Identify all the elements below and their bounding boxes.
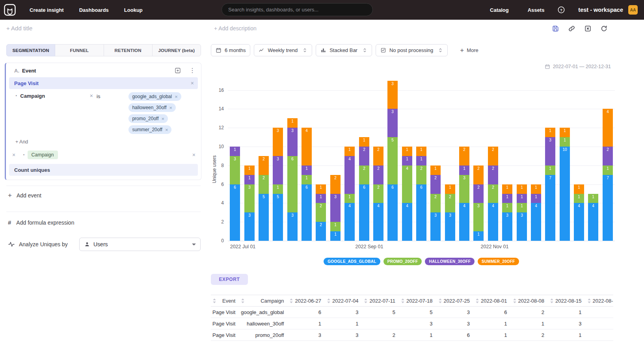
bar-segment-promo_20off[interactable] — [387, 137, 398, 184]
bar-segment-halloween_30off[interactable] — [603, 147, 613, 165]
bar-segment-promo_20off[interactable] — [517, 203, 527, 212]
bar-segment-promo_20off[interactable] — [373, 184, 383, 203]
bar-segment-promo_20off[interactable] — [273, 184, 283, 194]
aggregation-row[interactable]: Count uniques — [9, 164, 198, 176]
sort-icon[interactable] — [327, 298, 331, 303]
bar-segment-halloween_30off[interactable] — [373, 165, 383, 184]
bar-segment-promo_20off[interactable] — [302, 175, 312, 184]
bar-segment-google_ads_global[interactable] — [502, 212, 512, 241]
add-formula-button[interactable]: # Add formula expression — [0, 212, 201, 226]
remove-chip-icon[interactable]: × — [162, 116, 165, 121]
bar-segment-promo_20off[interactable] — [574, 194, 584, 203]
bar-segment-google_ads_global[interactable] — [359, 184, 369, 241]
bar-segment-google_ads_global[interactable] — [244, 212, 255, 241]
bar-segment-google_ads_global[interactable] — [517, 212, 527, 241]
remove-chip-icon[interactable]: × — [165, 127, 168, 132]
sort-icon[interactable] — [289, 298, 293, 303]
chart-type-select[interactable]: Stacked Bar — [316, 44, 372, 56]
close-frame-icon[interactable] — [584, 25, 592, 32]
bar-segment-promo_20off[interactable] — [545, 165, 555, 175]
more-button[interactable]: + More — [460, 47, 478, 54]
bar-segment-google_ads_global[interactable] — [302, 184, 312, 241]
column-header[interactable]: Event — [211, 295, 239, 307]
column-header[interactable]: 2022-07-18 — [399, 295, 437, 307]
bar-segment-promo_20off[interactable] — [316, 203, 326, 222]
sort-icon[interactable] — [513, 298, 517, 303]
tab-retention[interactable]: RETENTION — [104, 44, 153, 56]
bar-segment-halloween_30off[interactable] — [230, 147, 240, 156]
remove-chip-icon[interactable]: × — [169, 105, 173, 110]
sort-icon[interactable] — [587, 298, 591, 303]
nav-item-create-insight[interactable]: Create insight — [30, 7, 64, 13]
remove-chip-icon[interactable]: × — [175, 94, 178, 99]
remove-breakdown-icon[interactable]: × — [12, 152, 15, 158]
bar-segment-promo_20off[interactable] — [502, 203, 512, 212]
bar-segment-google_ads_global[interactable] — [330, 231, 341, 241]
bar-segment-promo_20off[interactable] — [473, 203, 484, 231]
bar-segment-summer_20off[interactable] — [488, 147, 498, 165]
bar-segment-summer_20off[interactable] — [330, 175, 341, 194]
bar-segment-promo_20off[interactable] — [560, 137, 570, 147]
bar-segment-summer_20off[interactable] — [416, 147, 426, 156]
tab-segmentation[interactable]: SEGMENTATION — [6, 44, 55, 56]
bar-segment-promo_20off[interactable] — [359, 165, 369, 184]
bar-segment-promo_20off[interactable] — [430, 194, 441, 213]
bar-segment-halloween_30off[interactable] — [273, 156, 283, 184]
bar-segment-summer_20off[interactable] — [302, 128, 312, 165]
bar-segment-promo_20off[interactable] — [330, 222, 341, 231]
bar-segment-summer_20off[interactable] — [545, 128, 555, 137]
bar-segment-halloween_30off[interactable] — [316, 194, 326, 203]
bar-segment-google_ads_global[interactable] — [473, 231, 484, 241]
kebab-menu-icon[interactable]: ⋮ — [188, 67, 196, 74]
bar-segment-promo_20off[interactable] — [344, 194, 355, 203]
bar-segment-google_ads_global[interactable] — [531, 203, 541, 241]
bar-segment-google_ads_global[interactable] — [416, 184, 426, 241]
legend-pill-summer_20off[interactable]: SUMMER_20OFF — [478, 258, 519, 265]
bar-segment-google_ads_global[interactable] — [445, 212, 455, 241]
legend-pill-google_ads_global[interactable]: GOOGLE_ADS_GLOBAL — [324, 258, 380, 265]
bar-segment-promo_20off[interactable] — [588, 194, 598, 203]
bar-segment-promo_20off[interactable] — [259, 175, 269, 194]
filter-property[interactable]: Campaign — [20, 93, 45, 99]
bar-segment-summer_20off[interactable] — [244, 165, 255, 175]
bar-segment-promo_20off[interactable] — [244, 184, 255, 213]
post-processing-select[interactable]: No post processing — [376, 44, 448, 56]
column-header[interactable]: 2022-07-04 — [325, 295, 363, 307]
column-header[interactable]: 2022-08-15 — [548, 295, 586, 307]
bar-segment-google_ads_global[interactable] — [373, 203, 383, 241]
bar-segment-promo_20off[interactable] — [488, 184, 498, 203]
refresh-icon[interactable] — [600, 25, 608, 32]
bar-segment-halloween_30off[interactable] — [473, 184, 484, 203]
bar-segment-promo_20off[interactable] — [445, 194, 455, 213]
column-header[interactable]: 2022-06-27 — [288, 295, 325, 307]
bar-segment-summer_20off[interactable] — [316, 184, 326, 194]
bar-segment-google_ads_global[interactable] — [387, 184, 398, 241]
bar-segment-halloween_30off[interactable] — [359, 147, 369, 165]
filter-operator[interactable]: is — [97, 93, 100, 99]
bar-segment-summer_20off[interactable] — [430, 165, 441, 175]
filter-value-chip[interactable]: halloween_30off× — [128, 103, 176, 112]
bar-segment-summer_20off[interactable] — [273, 128, 283, 156]
nav-item-catalog[interactable]: Catalog — [490, 7, 509, 13]
bar-segment-summer_20off[interactable] — [373, 147, 383, 165]
bar-segment-promo_20off[interactable] — [603, 165, 613, 175]
bar-segment-promo_20off[interactable] — [459, 175, 469, 203]
analyze-by-select[interactable]: Users — [79, 238, 201, 251]
bar-segment-summer_20off[interactable] — [387, 81, 398, 109]
remove-event-icon[interactable]: × — [191, 80, 194, 86]
bar-segment-google_ads_global[interactable] — [574, 203, 584, 241]
bar-segment-google_ads_global[interactable] — [316, 222, 326, 241]
search-input[interactable] — [228, 7, 366, 13]
bar-segment-google_ads_global[interactable] — [430, 212, 441, 241]
bar-segment-summer_20off[interactable] — [603, 109, 613, 147]
bar-segment-summer_20off[interactable] — [531, 184, 541, 194]
workspace-name[interactable]: test - workspace — [578, 7, 623, 13]
column-header[interactable]: Campaign — [239, 295, 288, 307]
bar-segment-halloween_30off[interactable] — [287, 128, 298, 156]
nav-item-dashboards[interactable]: Dashboards — [79, 7, 109, 13]
sort-icon[interactable] — [401, 298, 405, 303]
save-icon[interactable] — [552, 25, 559, 32]
bar-segment-halloween_30off[interactable] — [502, 194, 512, 203]
sort-icon[interactable] — [550, 298, 554, 303]
tab-journey-beta[interactable]: JOURNEY (beta) — [152, 44, 201, 56]
